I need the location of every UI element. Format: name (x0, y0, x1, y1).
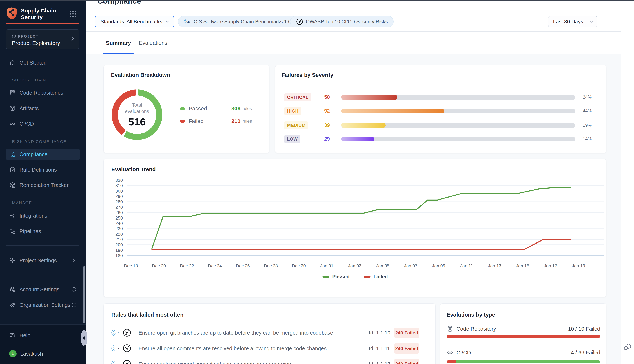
doc-search-icon (9, 151, 16, 158)
svg-text:180: 180 (115, 253, 123, 258)
svg-text:Jan 09: Jan 09 (432, 264, 445, 268)
card-title: Evaluation Trend (111, 166, 156, 172)
svg-text:280: 280 (115, 199, 123, 204)
svg-text:240: 240 (115, 221, 123, 226)
svg-text:290: 290 (115, 194, 123, 199)
tab-summary[interactable]: Summary (106, 32, 131, 54)
evaluations-donut-chart: Total evaluations 516 (112, 90, 162, 140)
sidebar-item-compliance[interactable]: Compliance (6, 149, 80, 160)
severity-badge: CRITICAL (284, 93, 311, 101)
app-title: Supply Chain Security (21, 7, 56, 20)
rule-text: Ensure verifying signed commits of new c… (139, 361, 291, 364)
severity-percent: 19% (583, 122, 592, 128)
legend-row-failed: Failed 210 rules (180, 117, 252, 125)
severity-bar (341, 109, 575, 114)
sidebar-item-rule-definitions[interactable]: Rule Definitions (6, 164, 80, 175)
app-grid-icon[interactable] (69, 10, 77, 18)
svg-text:Dec 22: Dec 22 (180, 264, 194, 268)
svg-text:CIS: CIS (115, 347, 119, 350)
owasp-logo-icon (296, 18, 303, 25)
home-icon (9, 60, 16, 66)
svg-text:Jan 05: Jan 05 (376, 264, 389, 268)
info-icon (71, 287, 77, 292)
org-gear-icon (9, 302, 16, 308)
support-chat-icon[interactable] (623, 342, 632, 352)
brand-divider (6, 23, 79, 24)
legend-row-passed: Passed 306 rules (180, 104, 252, 112)
chip-cis-benchmark[interactable]: CIS CIS Software Supply Chain Benchmarks… (178, 16, 297, 28)
chip-owasp[interactable]: OWASP Top 10 CI/CD Security Risks (290, 16, 394, 28)
sidebar-user[interactable]: L Lavakush (6, 348, 80, 359)
time-range-dropdown[interactable]: Last 30 Days (548, 16, 597, 27)
cis-logo-icon: CIS (184, 18, 191, 25)
card-title: Rules that failed most often (111, 312, 183, 318)
sidebar-item-organization-settings[interactable]: Organization Settings (6, 300, 80, 310)
app-logo-row: Supply Chain Security (6, 6, 79, 21)
svg-text:Dec 20: Dec 20 (152, 264, 166, 268)
total-evaluations-value: 516 (128, 116, 145, 128)
svg-text:310: 310 (115, 183, 123, 188)
sidebar-item-artifacts[interactable]: Artifacts (6, 103, 80, 114)
app-shield-logo-icon (6, 7, 18, 20)
rule-id: Id: 1.1.10 (369, 330, 390, 336)
project-selector[interactable]: PROJECT Product Exploratory (6, 29, 79, 49)
severity-row-critical: CRITICAL 50 24% (275, 93, 606, 102)
svg-text:Jan 19: Jan 19 (572, 264, 585, 268)
evaluation-trend-chart: 1801902002102202302402502602702802903003… (104, 176, 606, 289)
divider (6, 275, 79, 276)
standards-filter-dropdown[interactable]: Standards: All Benchmarks (95, 16, 174, 28)
tab-evaluations[interactable]: Evaluations (139, 32, 167, 54)
failures-by-severity-card: Failures by Severity CRITICAL 50 24% HIG… (275, 65, 606, 153)
divider (6, 245, 79, 246)
box-wrench-icon (9, 182, 16, 188)
legend-dash-icon (322, 276, 329, 278)
svg-text:250: 250 (115, 216, 123, 220)
clipboard-icon (9, 166, 16, 173)
severity-count: 29 (324, 136, 330, 142)
severity-bar (341, 123, 575, 128)
sidebar-item-remediation-tracker[interactable]: Remediation Tracker (6, 180, 80, 190)
legend-value: 210 (231, 118, 240, 124)
collapse-arrow-icon (82, 336, 85, 340)
sidebar-item-account-settings[interactable]: Account Settings (6, 284, 80, 295)
rule-row[interactable]: CIS Ensure open git branches are up to d… (104, 328, 435, 338)
layers-gear-icon (9, 286, 16, 293)
sidebar-item-ci-cd[interactable]: CI/CD (6, 118, 80, 129)
rule-id: Id: 1.1.11 (369, 346, 390, 351)
svg-text:260: 260 (115, 210, 123, 215)
svg-text:Jan 15: Jan 15 (516, 264, 529, 268)
sidebar-item-integrations[interactable]: Integrations (6, 210, 80, 221)
sidebar-item-get-started[interactable]: Get Started (6, 57, 80, 68)
svg-text:300: 300 (115, 188, 123, 194)
evaluation-trend-card: Evaluation Trend 18019020021022023024025… (104, 159, 606, 297)
integrations-icon (9, 212, 16, 219)
sidebar-item-help[interactable]: Help (6, 330, 80, 341)
project-name: Product Exploratory (12, 40, 60, 46)
severity-percent: 14% (583, 136, 592, 142)
severity-badge: LOW (284, 135, 300, 143)
severity-percent: 24% (583, 94, 592, 100)
svg-text:320: 320 (115, 178, 123, 183)
rule-row[interactable]: CIS Ensure verifying signed commits of n… (104, 359, 435, 364)
type-status: 4 / 66 Failed (571, 350, 600, 356)
legend-bullet-icon (180, 107, 185, 110)
svg-text:210: 210 (115, 237, 123, 242)
sidebar-item-code-repositories[interactable]: Code Repositories (6, 87, 80, 98)
repo-icon (9, 90, 16, 96)
evaluations-by-type-card: Evalutions by type Code Repository 10 / … (440, 303, 606, 364)
owasp-logo-icon (122, 344, 132, 353)
severity-count: 39 (324, 122, 330, 128)
rule-row[interactable]: CIS Ensure all open comments are resolve… (104, 343, 435, 354)
severity-bar (341, 137, 575, 142)
svg-text:Dec 30: Dec 30 (292, 264, 306, 268)
sidebar-bottom: Help L Lavakush (0, 324, 86, 364)
box-icon (9, 105, 16, 112)
pipelines-icon (9, 228, 16, 234)
sidebar-scrollbar[interactable] (84, 266, 85, 323)
rules-failed-card: Rules that failed most often CIS Ensure … (104, 303, 436, 364)
repo-icon (447, 325, 454, 332)
sidebar-item-project-settings[interactable]: Project Settings (6, 255, 80, 266)
chevron-down-icon (165, 19, 170, 24)
sidebar-item-pipelines[interactable]: Pipelines (6, 226, 80, 237)
right-gutter (621, 0, 634, 364)
